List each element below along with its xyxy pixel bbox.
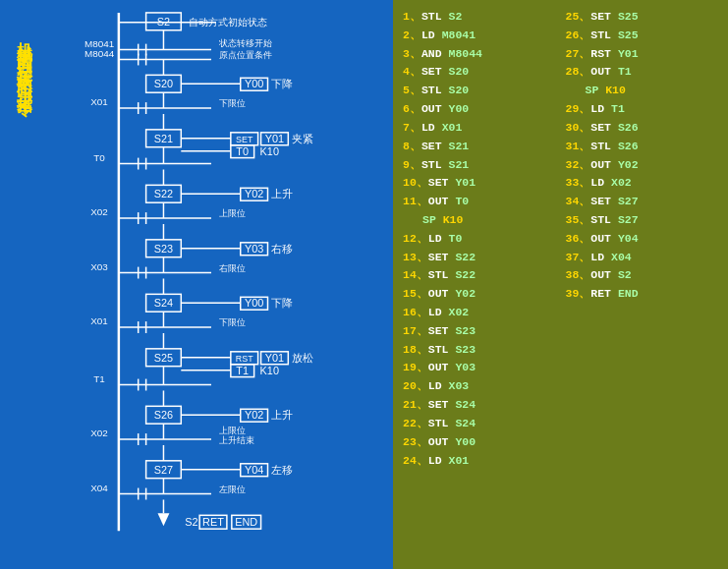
svg-text:下限位: 下限位: [219, 98, 246, 108]
svg-text:K10: K10: [260, 145, 279, 157]
svg-text:X04: X04: [90, 483, 108, 493]
instruction-line: 15、OUT Y02: [403, 285, 556, 303]
svg-text:X02: X02: [90, 206, 108, 217]
instruction-line: 19、OUT Y03: [403, 359, 556, 376]
ladder-svg: S2 自动方式初始状态 M8041 状态转移开始 M8044 原点位置条件 S2…: [39, 5, 388, 550]
left-panel: 机械手的自动运行状态图（步进指令） S2 自动方式初始状态 M8041 状态转移…: [0, 0, 393, 569]
instruction-line: 1、STL S2: [403, 8, 556, 26]
svg-text:S20: S20: [154, 78, 173, 89]
instruction-line: 30、SET S26: [566, 119, 719, 137]
instruction-line: 25、SET S25: [566, 8, 719, 26]
instruction-line: 27、RST Y01: [566, 45, 719, 63]
svg-text:T0: T0: [93, 152, 105, 163]
svg-text:Y01: Y01: [265, 352, 284, 364]
instruction-line: 7、LD X01: [403, 119, 556, 137]
instruction-line: 18、STL S23: [403, 341, 556, 359]
instruction-line: SP K10: [403, 211, 556, 229]
instruction-line: 31、STL S26: [566, 138, 719, 155]
svg-text:K10: K10: [260, 365, 279, 376]
instruction-line: 26、STL S25: [566, 27, 719, 44]
vertical-title: 机械手的自动运行状态图（步进指令）: [8, 29, 35, 521]
instruction-line: 36、OUT Y04: [566, 230, 719, 248]
svg-text:上限位: 上限位: [219, 208, 246, 218]
instruction-col-1: 1、STL S22、LD M80413、AND M80444、SET S205、…: [403, 8, 556, 561]
svg-text:自动方式初始状态: 自动方式初始状态: [189, 17, 267, 28]
svg-text:END: END: [235, 516, 257, 528]
svg-text:右限位: 右限位: [219, 263, 246, 273]
svg-text:Y02: Y02: [245, 409, 263, 421]
svg-text:X03: X03: [90, 261, 108, 272]
svg-text:原点位置条件: 原点位置条件: [219, 50, 272, 60]
svg-text:RST: RST: [236, 354, 253, 364]
instruction-line: 20、LD X03: [403, 377, 556, 395]
svg-text:S24: S24: [154, 297, 173, 309]
instruction-line: 4、SET S20: [403, 63, 556, 81]
instruction-line: 32、OUT Y02: [566, 156, 719, 174]
svg-text:RET: RET: [202, 516, 224, 528]
svg-text:放松: 放松: [292, 352, 313, 364]
svg-text:下降: 下降: [271, 78, 293, 89]
instruction-line: 3、AND M8044: [403, 45, 556, 63]
svg-text:上升结束: 上升结束: [219, 435, 254, 445]
instruction-grid: 1、STL S22、LD M80413、AND M80444、SET S205、…: [403, 8, 718, 561]
instruction-line: 24、LD X01: [403, 452, 556, 470]
instruction-line: 16、LD X02: [403, 304, 556, 321]
right-panel: 1、STL S22、LD M80413、AND M80444、SET S205、…: [393, 0, 728, 569]
svg-text:S25: S25: [154, 352, 173, 364]
svg-text:X02: X02: [90, 427, 108, 438]
instruction-line: 14、STL S22: [403, 266, 556, 284]
svg-marker-131: [158, 513, 170, 526]
svg-text:Y03: Y03: [245, 243, 263, 255]
svg-text:左移: 左移: [271, 464, 293, 476]
svg-text:S23: S23: [154, 243, 173, 255]
svg-text:T1: T1: [236, 365, 249, 376]
svg-text:S26: S26: [154, 409, 173, 421]
svg-text:右移: 右移: [271, 243, 293, 255]
instruction-line: 33、LD X02: [566, 174, 719, 192]
instruction-line: 38、OUT S2: [566, 266, 719, 284]
svg-text:S21: S21: [154, 133, 173, 144]
instruction-line: 6、OUT Y00: [403, 100, 556, 118]
instruction-line: 2、LD M8041: [403, 27, 556, 44]
instruction-line: 23、OUT Y00: [403, 433, 556, 451]
instruction-line: 39、RET END: [566, 285, 719, 303]
instruction-line: 12、LD T0: [403, 230, 556, 248]
svg-text:下降: 下降: [271, 297, 293, 309]
svg-text:上升: 上升: [271, 188, 293, 199]
svg-text:X01: X01: [90, 315, 108, 326]
svg-text:S27: S27: [154, 464, 173, 476]
instruction-line: 11、OUT T0: [403, 193, 556, 210]
instruction-col-2: 25、SET S2526、STL S2527、RST Y0128、OUT T1S…: [566, 8, 719, 561]
svg-text:X01: X01: [90, 96, 108, 107]
svg-text:上升: 上升: [271, 409, 293, 421]
svg-text:上限位: 上限位: [219, 426, 246, 435]
instruction-line: 34、SET S27: [566, 193, 719, 210]
instruction-line: 17、SET S23: [403, 322, 556, 340]
svg-text:Y04: Y04: [245, 464, 263, 476]
svg-text:T1: T1: [93, 373, 105, 384]
svg-text:左限位: 左限位: [219, 484, 246, 494]
svg-text:M8044: M8044: [84, 48, 115, 59]
instruction-line: 5、STL S20: [403, 82, 556, 99]
instruction-line: 35、STL S27: [566, 211, 719, 229]
svg-text:Y00: Y00: [245, 78, 263, 89]
instruction-line: 22、STL S24: [403, 415, 556, 432]
instruction-line: 13、SET S22: [403, 249, 556, 266]
svg-text:S2: S2: [157, 16, 170, 28]
svg-text:下限位: 下限位: [219, 317, 246, 327]
svg-text:S2: S2: [185, 516, 197, 528]
svg-text:Y02: Y02: [245, 188, 263, 199]
svg-text:T0: T0: [236, 145, 249, 157]
instruction-line: 8、SET S21: [403, 138, 556, 155]
instruction-line: 21、SET S24: [403, 396, 556, 414]
svg-text:SET: SET: [236, 135, 253, 144]
svg-text:状态转移开始: 状态转移开始: [218, 38, 272, 48]
instruction-line: 28、OUT T1: [566, 63, 719, 81]
ladder-area: S2 自动方式初始状态 M8041 状态转移开始 M8044 原点位置条件 S2…: [39, 5, 388, 550]
svg-text:S22: S22: [154, 188, 173, 199]
instruction-line: 9、STL S21: [403, 156, 556, 174]
svg-text:夹紧: 夹紧: [292, 133, 313, 144]
instruction-line: SP K10: [566, 82, 719, 99]
instruction-line: 10、SET Y01: [403, 174, 556, 192]
svg-text:Y01: Y01: [265, 133, 284, 144]
